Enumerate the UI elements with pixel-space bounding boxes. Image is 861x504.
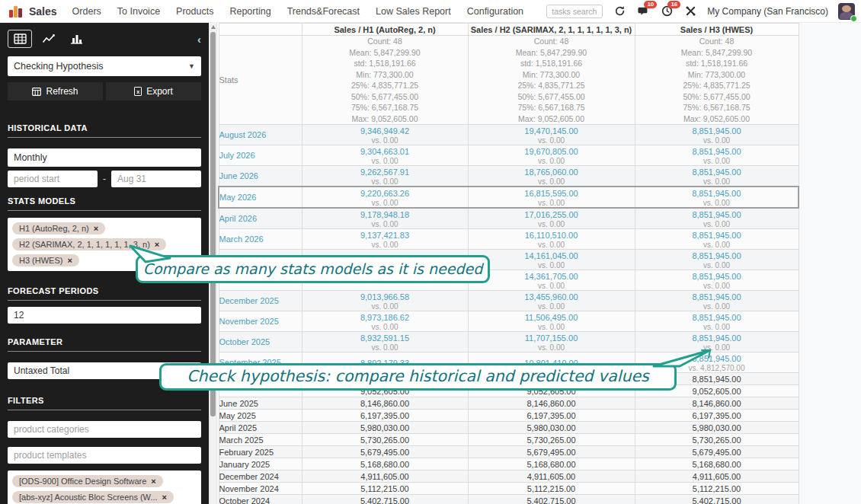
- table-view-button[interactable]: [8, 30, 32, 48]
- history-value: 5,402,715.00: [468, 495, 635, 504]
- app-name[interactable]: Sales: [29, 5, 57, 18]
- history-label: November 2024: [219, 483, 302, 495]
- menu-item[interactable]: Configuration: [467, 6, 523, 17]
- topbar-right: 10 16 My Company (San Francisco): [546, 3, 855, 20]
- forecast-vs-value: vs. 0.00: [469, 177, 635, 186]
- history-value: 8,146,860.00: [468, 397, 635, 410]
- forecast-periods-input[interactable]: [8, 307, 201, 324]
- product-templates-input[interactable]: [8, 447, 201, 464]
- collapse-sidebar-icon[interactable]: ‹: [197, 33, 201, 45]
- table-row: April 20269,178,948.18vs. 0.0017,016,255…: [219, 208, 799, 229]
- stats-row-label: Stats: [219, 36, 302, 125]
- month-link[interactable]: June 2026: [219, 166, 302, 187]
- line-chart-view-button[interactable]: [36, 30, 60, 48]
- forecast-value: 8,851,945.00: [635, 332, 799, 343]
- month-link[interactable]: November 2025: [219, 311, 302, 332]
- xlsx-file-icon: x: [134, 87, 142, 96]
- tag-label: H1 (AutoReg, 2, n): [19, 224, 89, 233]
- stats-line: std: 1,518,191.66: [635, 58, 799, 69]
- month-link[interactable]: July 2026: [219, 145, 302, 166]
- month-link[interactable]: October 2025: [219, 332, 302, 352]
- remove-tag-icon[interactable]: ×: [67, 257, 72, 265]
- menu-item[interactable]: Reporting: [229, 6, 270, 17]
- forecast-value: 9,137,421.83: [302, 229, 468, 241]
- company-switcher[interactable]: My Company (San Francisco): [707, 6, 828, 17]
- forecast-cell: 8,851,945.00vs. 0.00: [635, 250, 799, 270]
- report-type-value: Checking Hypothesis: [14, 61, 103, 72]
- scrollbar-thumb[interactable]: [210, 32, 216, 416]
- stats-line: std: 1,518,191.66: [302, 58, 468, 69]
- granularity-select[interactable]: Monthly: [8, 148, 201, 167]
- stats-line: Mean: 5,847,299.90: [302, 47, 468, 59]
- forecast-value: 14,161,045.00: [469, 250, 635, 261]
- period-end-input[interactable]: [111, 171, 201, 187]
- refresh-button[interactable]: Refresh: [8, 82, 103, 100]
- sales-app-icon[interactable]: [9, 5, 23, 18]
- tasks-search-input[interactable]: [546, 5, 603, 18]
- product-templates-selected[interactable]: [ODS-900] Office Design Software×[abs-xy…: [8, 471, 201, 504]
- month-link[interactable]: March 2026: [219, 229, 302, 250]
- stats-line: Count: 48: [635, 36, 799, 47]
- table-row: November 20245,112,215.005,112,215.005,1…: [219, 483, 799, 495]
- forecast-cell: 9,262,567.91vs. 0.00: [302, 166, 468, 187]
- column-header-h1: Sales / H1 (AutoReg, 2, n): [302, 24, 468, 36]
- forecast-cell: 8,851,945.00vs. 0.00: [635, 270, 799, 291]
- history-value: 5,112,215.00: [302, 483, 468, 495]
- month-link[interactable]: April 2026: [219, 208, 302, 229]
- table-row: November 20258,973,186.62vs. 0.0011,506,…: [219, 311, 799, 332]
- month-link[interactable]: August 2026: [219, 125, 302, 145]
- menu-item[interactable]: Low Sales Report: [376, 6, 451, 17]
- forecast-value: 16,110,510.00: [469, 229, 635, 241]
- sidebar-actions: Refresh x Export: [8, 82, 201, 100]
- forecast-value: 19,470,145.00: [469, 125, 635, 136]
- menu-item[interactable]: Products: [176, 6, 213, 17]
- history-value: 6,197,395.00: [468, 410, 635, 422]
- filter-tag: H3 (HWES)×: [12, 254, 79, 266]
- forecast-vs-value: vs. 0.00: [635, 136, 799, 145]
- product-categories-input[interactable]: [8, 421, 201, 438]
- user-avatar[interactable]: [838, 3, 855, 20]
- stats-line: 50%: 5,677,455.00: [635, 91, 799, 103]
- menu-item[interactable]: Trends&Forecast: [287, 6, 360, 17]
- forecast-value: 14,361,705.00: [469, 270, 635, 282]
- tag-label: H3 (HWES): [19, 256, 62, 265]
- table-row: May 20256,197,395.006,197,395.006,197,39…: [219, 410, 799, 422]
- month-link[interactable]: May 2026: [219, 187, 302, 208]
- remove-tag-icon[interactable]: ×: [94, 225, 98, 233]
- forecast-cell: 8,851,945.00vs. 0.00: [635, 208, 799, 229]
- forecast-vs-value: vs. 0.00: [469, 136, 635, 145]
- forecast-vs-value: vs. 0.00: [302, 220, 468, 228]
- menu-item[interactable]: Orders: [72, 6, 101, 17]
- stats-line: 25%: 4,835,771.25: [635, 80, 799, 91]
- stats-line: Count: 48: [302, 36, 468, 47]
- scroll-up-icon[interactable]: [211, 25, 216, 29]
- bar-chart-view-button[interactable]: [64, 30, 88, 48]
- forecast-vs-value: vs. 0.00: [635, 177, 799, 186]
- column-header-empty: [219, 24, 302, 36]
- forecast-cell: 9,013,966.58vs. 0.00: [302, 291, 468, 311]
- period-start-input[interactable]: [8, 171, 98, 187]
- granularity-value: Monthly: [14, 152, 47, 163]
- remove-tag-icon[interactable]: ×: [162, 493, 167, 502]
- history-value: 6,197,395.00: [302, 410, 468, 422]
- month-link[interactable]: December 2025: [219, 291, 302, 311]
- report-type-select[interactable]: Checking Hypothesis ▼: [8, 56, 201, 76]
- table-row: February 20255,679,495.005,679,495.005,6…: [219, 446, 799, 458]
- remove-tag-icon[interactable]: ×: [151, 477, 155, 486]
- stats-line: Min: 773,300.00: [635, 69, 799, 81]
- forecast-cell: 8,851,945.00vs. 0.00: [635, 187, 799, 208]
- sync-icon[interactable]: [613, 5, 626, 18]
- forecast-value: 9,220,663.26: [302, 187, 468, 199]
- tag-label: [ODS-900] Office Design Software: [19, 477, 146, 486]
- history-value: 5,402,715.00: [635, 495, 799, 504]
- history-label: January 2025: [219, 458, 302, 471]
- tools-icon[interactable]: [683, 5, 697, 18]
- history-value: 8,146,860.00: [302, 397, 468, 410]
- export-button[interactable]: x Export: [106, 82, 201, 100]
- filter-tag: [ODS-900] Office Design Software×: [12, 475, 163, 487]
- forecast-cell: 9,346,949.42vs. 0.00: [302, 125, 468, 145]
- activities-icon[interactable]: 16: [660, 5, 674, 18]
- forecast-vs-value: vs. 0.00: [635, 261, 799, 270]
- messages-icon[interactable]: 10: [636, 5, 650, 18]
- menu-item[interactable]: To Invoice: [117, 6, 160, 17]
